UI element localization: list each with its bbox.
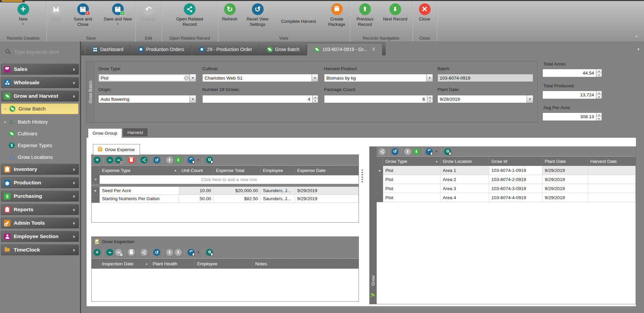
sidebar-section-purchasing[interactable]: $Purchasing∨ xyxy=(1,191,79,202)
grid-cell[interactable]: Area 3 xyxy=(440,184,489,193)
field-origin[interactable]: Auto flowering▼ xyxy=(98,95,196,103)
dropdown-arrow-icon[interactable]: ▼ xyxy=(527,95,533,103)
field-harvest-product[interactable]: Biomass by kg▼ xyxy=(324,74,433,82)
ribbon-button-save-and-close[interactable]: ×Save and Close xyxy=(66,1,100,35)
clear-icon[interactable]: × xyxy=(184,76,189,81)
sidebar-item-grow-batch[interactable]: ▾Grow Batch xyxy=(1,103,78,114)
link-icon[interactable]: ∞ xyxy=(106,156,113,164)
spin-up-icon[interactable]: ▲ xyxy=(596,69,602,73)
grow-expense-tab[interactable]: Grow Expense xyxy=(93,144,140,155)
field-package-count[interactable]: 6▲▼ xyxy=(324,95,433,103)
summary-field-avg-per-acre[interactable]: 308.13▲▼ xyxy=(542,113,602,121)
tab-close-icon[interactable]: X xyxy=(372,47,375,52)
grid-cell[interactable]: 103-6074-2-0919 xyxy=(489,175,542,184)
ribbon-button-next-record[interactable]: ⬇Next Record xyxy=(379,1,411,35)
spinner-stepper[interactable]: ▲▼ xyxy=(427,95,433,103)
column-header-employee[interactable]: Employee xyxy=(261,166,295,175)
sidebar-section-production[interactable]: ✽Production∨ xyxy=(1,177,79,188)
grid-cell[interactable]: 9/29/2019 xyxy=(295,195,359,203)
dropdown-arrow-icon[interactable]: ▼ xyxy=(426,74,433,82)
column-header-grow-location[interactable]: Grow Location xyxy=(440,156,489,166)
grid-cell[interactable]: 50.00 xyxy=(179,195,214,203)
field-number-of-grows[interactable]: 4▲▼ xyxy=(202,95,318,103)
sidebar-search[interactable]: Type keywords here xyxy=(5,47,80,56)
splitter-handle[interactable] xyxy=(362,170,363,184)
grid-cell[interactable]: 103-6074-4-0919 xyxy=(489,193,542,202)
collapse-ribbon-icon[interactable]: ⌃ xyxy=(635,35,638,40)
dropdown-arrow-icon[interactable]: ▼ xyxy=(190,95,196,103)
spin-up-icon[interactable]: ▲ xyxy=(427,95,433,99)
subtab-grow-group[interactable]: Grow Group xyxy=(88,128,122,138)
sidebar-section-wholesale[interactable]: Wholesale∨ xyxy=(1,77,79,88)
ribbon-button-refresh[interactable]: ↻Refresh xyxy=(218,1,241,35)
move-up-icon[interactable]: ⬆ xyxy=(166,156,173,164)
add-icon[interactable]: + xyxy=(94,249,101,256)
grid-cell[interactable]: Saunders, J... xyxy=(261,195,295,203)
move-down-icon[interactable]: ⬇ xyxy=(413,148,420,155)
grid-cell[interactable]: Plot xyxy=(383,184,440,193)
spin-up-icon[interactable]: ▲ xyxy=(596,91,602,95)
grid-cell[interactable]: Starting Nutrients Per Gallon xyxy=(100,195,179,203)
field-batch[interactable]: 103-6074-0919 xyxy=(437,74,533,82)
sidebar-section-grow-and-harvest[interactable]: Grow and Harvest∧ xyxy=(1,91,79,101)
grid-row[interactable]: Starting Nutrients Per Gallon50.00$82.50… xyxy=(92,195,359,203)
sidebar-item-batch-history[interactable]: ▸⌂Batch History xyxy=(0,118,80,126)
dropdown-arrow-icon[interactable]: ▼ xyxy=(312,74,318,82)
grid-cell[interactable]: 10.00 xyxy=(179,187,214,195)
reset-view-icon[interactable]: ↺ xyxy=(153,249,160,256)
link-icon[interactable]: ∞ xyxy=(106,249,113,256)
share-icon[interactable] xyxy=(379,148,386,155)
ribbon-button-create-package[interactable]: Create Package xyxy=(324,1,350,35)
grid-row[interactable]: ▸PlotArea 1103-6074-1-09199/29/2019 xyxy=(377,166,636,175)
column-header-notes[interactable]: Notes xyxy=(253,259,359,269)
column-header-inspection-date[interactable]: Inspection Date▲ xyxy=(100,259,150,269)
dropdown-caret-icon[interactable]: ▼ xyxy=(197,159,200,162)
field-grow-type[interactable]: Plot×▼ xyxy=(98,74,196,82)
grid-cell[interactable]: Saunders, J... xyxy=(261,187,295,195)
ribbon-button-reset-view-settings[interactable]: ↺Reset View Settings xyxy=(242,1,273,35)
ribbon-button-open-related-record[interactable]: Open Related Record xyxy=(166,1,213,35)
grid-cell[interactable]: $20,000.00 xyxy=(214,187,261,195)
grid-cell[interactable]: 9/29/2019 xyxy=(295,187,359,195)
move-down-icon[interactable]: ⬇ xyxy=(175,156,182,164)
move-up-icon[interactable]: ⬆ xyxy=(404,148,411,155)
column-header-grow-id[interactable]: Grow Id xyxy=(489,156,542,166)
column-header-expense-total[interactable]: Expense Total xyxy=(214,166,261,175)
spin-up-icon[interactable]: ▲ xyxy=(313,95,318,99)
delete-icon[interactable] xyxy=(128,156,135,164)
sidebar-item-cultivars[interactable]: Cultivars xyxy=(0,129,80,138)
grid-cell[interactable]: Plot xyxy=(383,166,440,175)
dropdown-caret-icon[interactable]: ▼ xyxy=(197,251,200,254)
share-icon[interactable] xyxy=(141,156,148,164)
sidebar-item-expense-types[interactable]: $Expense Types xyxy=(0,141,80,149)
grid-cell[interactable]: 9/29/2019 xyxy=(542,193,588,202)
grid-cell[interactable] xyxy=(588,166,636,175)
ribbon-button-previous-record[interactable]: ⬆Previous Record xyxy=(351,1,379,35)
spin-up-icon[interactable]: ▲ xyxy=(596,113,602,117)
column-header-expense-date[interactable]: Expense Date xyxy=(295,166,359,175)
grow-side-tab[interactable]: Grow xyxy=(370,147,377,304)
add-icon[interactable]: + xyxy=(94,156,101,164)
spin-down-icon[interactable]: ▼ xyxy=(427,99,433,103)
ribbon-button-save-and-new[interactable]: +Save and New▼ xyxy=(100,1,135,35)
grid-cell[interactable]: 9/29/2019 xyxy=(542,184,588,193)
reset-view-icon[interactable]: ↺ xyxy=(391,148,398,155)
tab-103-6074-0919-gr[interactable]: 103-6074-0919 - Gr...X xyxy=(307,43,382,55)
grid-cell[interactable]: Area 2 xyxy=(440,175,489,184)
summary-field-total-acres[interactable]: 44.54▲▼ xyxy=(542,69,602,77)
row-splitter-band[interactable] xyxy=(92,184,359,187)
sidebar-section-admin-tools[interactable]: Admin Tools∨ xyxy=(1,218,79,228)
sidebar-section-employee-section[interactable]: Employee Section∨ xyxy=(1,231,79,242)
tab-dashboard[interactable]: Dashboard xyxy=(85,44,131,54)
grid-cell[interactable] xyxy=(588,184,636,193)
spin-down-icon[interactable]: ▼ xyxy=(313,99,318,103)
column-chooser-icon[interactable] xyxy=(206,249,213,256)
form-side-tab[interactable]: Grow Batch xyxy=(86,61,95,122)
sidebar-section-inventory[interactable]: Inventory∨ xyxy=(1,164,79,175)
move-down-icon[interactable]: ⬇ xyxy=(175,249,182,256)
unlink-icon[interactable]: ∞ xyxy=(115,156,122,164)
column-header-expense-type[interactable]: Expense Type▲ xyxy=(100,166,179,175)
sidebar-section-timeclock[interactable]: TimeClock∨ xyxy=(1,244,79,255)
reset-view-icon[interactable]: ↺ xyxy=(153,156,160,164)
column-header-plant-health[interactable]: Plant Health xyxy=(150,259,195,269)
